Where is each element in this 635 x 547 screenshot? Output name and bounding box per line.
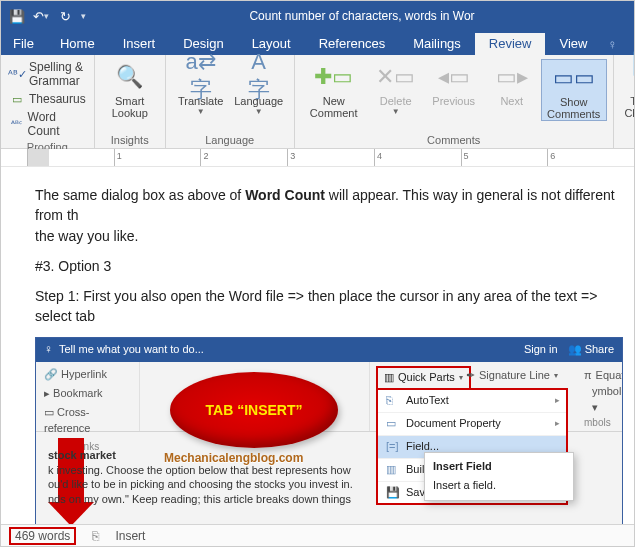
chevron-down-icon: ▼ bbox=[392, 107, 400, 116]
language-icon: A字 bbox=[243, 61, 275, 93]
chevron-right-icon: ▸ bbox=[555, 394, 560, 407]
ruler-tick-2: 2 bbox=[203, 151, 208, 161]
smart-lookup-label: Smart Lookup bbox=[112, 95, 148, 119]
inner-signin[interactable]: Sign in bbox=[524, 342, 558, 358]
show-comments-label: Show Comments bbox=[547, 96, 600, 120]
symbol-button-partial[interactable]: ymbol ▾ bbox=[592, 384, 622, 416]
group-label-insights: Insights bbox=[101, 132, 159, 146]
word-count-button[interactable]: ᴬᴮᶜWord Count bbox=[7, 109, 88, 139]
document-body[interactable]: The same dialog box as above of Word Cou… bbox=[1, 167, 634, 533]
translate-icon: a⇄字 bbox=[185, 61, 217, 93]
thesaurus-label: Thesaurus bbox=[29, 92, 86, 106]
show-comments-icon: ▭▭ bbox=[558, 62, 590, 94]
bookmark-icon: ▸ bbox=[44, 387, 53, 399]
next-label: Next bbox=[500, 95, 523, 107]
delete-icon: ✕▭ bbox=[380, 61, 412, 93]
bookmark-button[interactable]: ▸ Bookmark bbox=[44, 385, 131, 403]
tab-references[interactable]: References bbox=[305, 33, 399, 55]
status-insert-mode[interactable]: Insert bbox=[115, 529, 145, 543]
track-changes-label: Track Change bbox=[624, 95, 635, 119]
wordcount-label: Word Count bbox=[28, 110, 86, 138]
bulb-icon: ♀ bbox=[44, 341, 53, 358]
tab-file[interactable]: File bbox=[1, 33, 46, 55]
inner-tellme[interactable]: Tell me what you want to do... bbox=[59, 342, 204, 358]
status-icon[interactable]: ⎘ bbox=[92, 529, 99, 543]
ruler-tick-1: 1 bbox=[117, 151, 122, 161]
ruler[interactable]: 1 2 3 4 5 6 bbox=[1, 149, 634, 167]
language-button[interactable]: A字 Language ▼ bbox=[230, 59, 288, 116]
spelling-label: Spelling & Grammar bbox=[29, 60, 86, 88]
new-comment-icon: ✚▭ bbox=[318, 61, 350, 93]
language-label: Language bbox=[234, 95, 283, 107]
embedded-screenshot: ♀Tell me what you want to do... Sign in👥… bbox=[35, 337, 623, 533]
delete-label: Delete bbox=[380, 95, 412, 107]
docprop-icon: ▭ bbox=[386, 416, 400, 432]
signature-line-button[interactable]: ✒Signature Line ▾ bbox=[466, 368, 558, 384]
ruler-tick-5: 5 bbox=[464, 151, 469, 161]
group-insights: 🔍 Smart Lookup Insights bbox=[95, 55, 166, 148]
menu-document-property[interactable]: ▭Document Property▸ bbox=[378, 413, 566, 436]
smart-lookup-button[interactable]: 🔍 Smart Lookup bbox=[101, 59, 159, 119]
tooltip-body: Insert a field. bbox=[433, 478, 565, 494]
tab-review[interactable]: Review bbox=[475, 33, 546, 55]
bulb-icon: ♀ bbox=[607, 37, 617, 52]
status-word-count[interactable]: 469 words bbox=[9, 527, 76, 545]
new-comment-label: New Comment bbox=[310, 95, 358, 119]
thesaurus-icon: ▭ bbox=[9, 92, 25, 106]
equation-button[interactable]: πEquation ▾ bbox=[584, 368, 623, 384]
hyperlink-button[interactable]: 🔗 Hyperlink bbox=[44, 366, 131, 384]
chevron-down-icon: ▼ bbox=[197, 107, 205, 116]
group-language: a⇄字 Translate ▼ A字 Language ▼ Language bbox=[166, 55, 295, 148]
quick-access-toolbar: 💾 ↶▾ ↻ ▾ bbox=[1, 8, 94, 24]
chevron-down-icon: ▼ bbox=[255, 107, 263, 116]
inner-document-text: stock market k investing. Choose the opt… bbox=[48, 448, 418, 507]
thesaurus-button[interactable]: ▭Thesaurus bbox=[7, 91, 88, 107]
group-label-comments: Comments bbox=[301, 132, 607, 146]
translate-button[interactable]: a⇄字 Translate ▼ bbox=[172, 59, 230, 116]
redo-icon[interactable]: ↻ bbox=[57, 8, 73, 24]
menu-autotext[interactable]: ⎘AutoText▸ bbox=[378, 390, 566, 413]
tab-insert[interactable]: Insert bbox=[109, 33, 170, 55]
share-icon[interactable]: 👥 Share bbox=[568, 342, 614, 358]
track-changes-button[interactable]: 📄✎ Track Change bbox=[620, 59, 635, 119]
delete-comment-button: ✕▭ Delete ▼ bbox=[367, 59, 425, 121]
crossref-button[interactable]: ▭ Cross-reference bbox=[44, 404, 131, 438]
smart-lookup-icon: 🔍 bbox=[114, 61, 146, 93]
new-comment-button[interactable]: ✚▭ New Comment bbox=[301, 59, 367, 121]
previous-icon: ◂▭ bbox=[438, 61, 470, 93]
tab-view[interactable]: View bbox=[545, 33, 601, 55]
tab-mailings[interactable]: Mailings bbox=[399, 33, 475, 55]
ruler-tick-3: 3 bbox=[290, 151, 295, 161]
qat-customize-icon[interactable]: ▾ bbox=[81, 11, 86, 21]
doc-paragraph: The same dialog box as above of Word Cou… bbox=[35, 185, 634, 246]
next-icon: ▭▸ bbox=[496, 61, 528, 93]
previous-comment-button: ◂▭ Previous bbox=[425, 59, 483, 121]
previous-label: Previous bbox=[432, 95, 475, 107]
show-comments-button[interactable]: ▭▭ Show Comments bbox=[541, 59, 607, 121]
translate-label: Translate bbox=[178, 95, 223, 107]
ruler-tick-4: 4 bbox=[377, 151, 382, 161]
spelling-grammar-button[interactable]: ᴬᴮ✓Spelling & Grammar bbox=[7, 59, 88, 89]
annotation-callout: TAB “INSERT” bbox=[170, 372, 338, 448]
undo-icon[interactable]: ↶▾ bbox=[33, 8, 49, 24]
annotation-text: TAB “INSERT” bbox=[206, 400, 303, 420]
quick-parts-button[interactable]: ▥ Quick Parts ▾ bbox=[376, 366, 471, 390]
wordcount-icon: ᴬᴮᶜ bbox=[9, 117, 24, 131]
ruler-tick-6: 6 bbox=[550, 151, 555, 161]
next-comment-button: ▭▸ Next bbox=[483, 59, 541, 121]
tell-me-search[interactable]: ♀ bbox=[601, 34, 623, 55]
crossref-icon: ▭ bbox=[44, 406, 57, 418]
group-proofing: ᴬᴮ✓Spelling & Grammar ▭Thesaurus ᴬᴮᶜWord… bbox=[1, 55, 95, 148]
group-label-tracking bbox=[620, 132, 635, 146]
link-icon: 🔗 bbox=[44, 368, 61, 380]
symbols-group-label-partial: mbols bbox=[584, 416, 611, 431]
group-label-language: Language bbox=[172, 132, 288, 146]
track-changes-icon: 📄✎ bbox=[628, 61, 635, 93]
tab-home[interactable]: Home bbox=[46, 33, 109, 55]
quickparts-icon: ▥ bbox=[384, 370, 394, 386]
tooltip-title: Insert Field bbox=[433, 459, 565, 475]
save-icon[interactable]: 💾 bbox=[9, 8, 25, 24]
doc-heading: #3. Option 3 bbox=[35, 256, 634, 276]
ribbon-tabs: File Home Insert Design Layout Reference… bbox=[1, 31, 634, 55]
chevron-right-icon: ▸ bbox=[555, 417, 560, 430]
